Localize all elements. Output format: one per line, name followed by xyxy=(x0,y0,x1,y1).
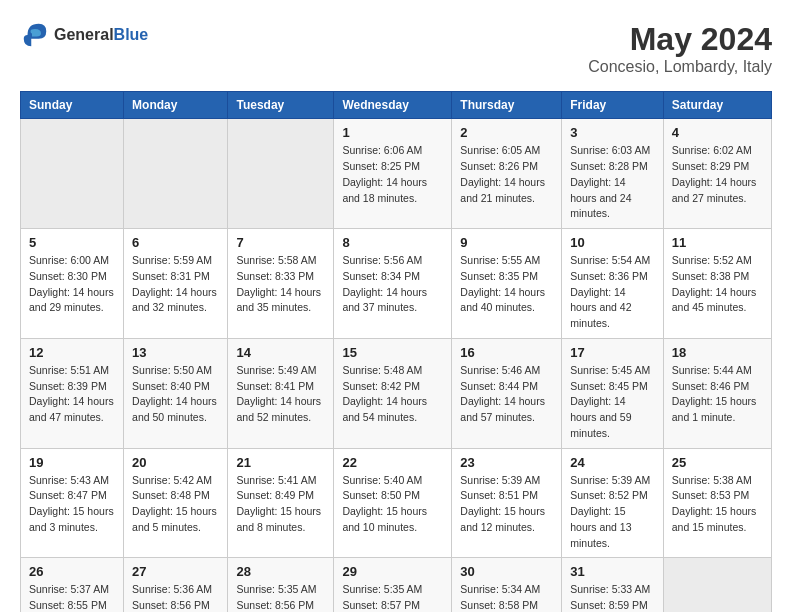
day-number: 16 xyxy=(460,345,553,360)
header-day-tuesday: Tuesday xyxy=(228,92,334,119)
day-info: Sunrise: 6:06 AMSunset: 8:25 PMDaylight:… xyxy=(342,143,443,206)
header-day-friday: Friday xyxy=(562,92,664,119)
calendar-body: 1Sunrise: 6:06 AMSunset: 8:25 PMDaylight… xyxy=(21,119,772,612)
calendar-cell: 8Sunrise: 5:56 AMSunset: 8:34 PMDaylight… xyxy=(334,229,452,339)
title-block: May 2024 Concesio, Lombardy, Italy xyxy=(588,20,772,76)
calendar-cell: 31Sunrise: 5:33 AMSunset: 8:59 PMDayligh… xyxy=(562,558,664,612)
day-info: Sunrise: 5:35 AMSunset: 8:57 PMDaylight:… xyxy=(342,582,443,612)
day-number: 14 xyxy=(236,345,325,360)
day-number: 25 xyxy=(672,455,763,470)
calendar-cell xyxy=(228,119,334,229)
day-info: Sunrise: 5:39 AMSunset: 8:52 PMDaylight:… xyxy=(570,473,655,552)
day-number: 24 xyxy=(570,455,655,470)
day-number: 21 xyxy=(236,455,325,470)
calendar-cell: 29Sunrise: 5:35 AMSunset: 8:57 PMDayligh… xyxy=(334,558,452,612)
day-number: 7 xyxy=(236,235,325,250)
day-info: Sunrise: 5:54 AMSunset: 8:36 PMDaylight:… xyxy=(570,253,655,332)
day-info: Sunrise: 5:48 AMSunset: 8:42 PMDaylight:… xyxy=(342,363,443,426)
day-info: Sunrise: 5:33 AMSunset: 8:59 PMDaylight:… xyxy=(570,582,655,612)
day-info: Sunrise: 6:05 AMSunset: 8:26 PMDaylight:… xyxy=(460,143,553,206)
day-number: 31 xyxy=(570,564,655,579)
day-info: Sunrise: 5:42 AMSunset: 8:48 PMDaylight:… xyxy=(132,473,219,536)
header-day-wednesday: Wednesday xyxy=(334,92,452,119)
calendar-cell: 5Sunrise: 6:00 AMSunset: 8:30 PMDaylight… xyxy=(21,229,124,339)
day-info: Sunrise: 5:37 AMSunset: 8:55 PMDaylight:… xyxy=(29,582,115,612)
day-info: Sunrise: 5:36 AMSunset: 8:56 PMDaylight:… xyxy=(132,582,219,612)
calendar-cell: 26Sunrise: 5:37 AMSunset: 8:55 PMDayligh… xyxy=(21,558,124,612)
day-info: Sunrise: 5:35 AMSunset: 8:56 PMDaylight:… xyxy=(236,582,325,612)
calendar-cell: 28Sunrise: 5:35 AMSunset: 8:56 PMDayligh… xyxy=(228,558,334,612)
day-number: 26 xyxy=(29,564,115,579)
calendar-cell: 14Sunrise: 5:49 AMSunset: 8:41 PMDayligh… xyxy=(228,338,334,448)
calendar-cell: 2Sunrise: 6:05 AMSunset: 8:26 PMDaylight… xyxy=(452,119,562,229)
day-info: Sunrise: 5:49 AMSunset: 8:41 PMDaylight:… xyxy=(236,363,325,426)
calendar-cell: 9Sunrise: 5:55 AMSunset: 8:35 PMDaylight… xyxy=(452,229,562,339)
calendar-cell: 6Sunrise: 5:59 AMSunset: 8:31 PMDaylight… xyxy=(124,229,228,339)
calendar-cell: 3Sunrise: 6:03 AMSunset: 8:28 PMDaylight… xyxy=(562,119,664,229)
day-info: Sunrise: 5:46 AMSunset: 8:44 PMDaylight:… xyxy=(460,363,553,426)
day-number: 3 xyxy=(570,125,655,140)
calendar-cell: 4Sunrise: 6:02 AMSunset: 8:29 PMDaylight… xyxy=(663,119,771,229)
day-number: 15 xyxy=(342,345,443,360)
logo: GeneralBlue xyxy=(20,20,148,50)
calendar-cell: 12Sunrise: 5:51 AMSunset: 8:39 PMDayligh… xyxy=(21,338,124,448)
month-title: May 2024 xyxy=(588,20,772,58)
day-info: Sunrise: 6:00 AMSunset: 8:30 PMDaylight:… xyxy=(29,253,115,316)
day-info: Sunrise: 5:34 AMSunset: 8:58 PMDaylight:… xyxy=(460,582,553,612)
day-number: 1 xyxy=(342,125,443,140)
logo-text: GeneralBlue xyxy=(54,26,148,44)
day-info: Sunrise: 5:41 AMSunset: 8:49 PMDaylight:… xyxy=(236,473,325,536)
calendar-cell: 25Sunrise: 5:38 AMSunset: 8:53 PMDayligh… xyxy=(663,448,771,558)
day-number: 29 xyxy=(342,564,443,579)
day-number: 9 xyxy=(460,235,553,250)
day-number: 19 xyxy=(29,455,115,470)
calendar-cell: 18Sunrise: 5:44 AMSunset: 8:46 PMDayligh… xyxy=(663,338,771,448)
calendar-cell: 10Sunrise: 5:54 AMSunset: 8:36 PMDayligh… xyxy=(562,229,664,339)
day-info: Sunrise: 5:58 AMSunset: 8:33 PMDaylight:… xyxy=(236,253,325,316)
day-info: Sunrise: 5:50 AMSunset: 8:40 PMDaylight:… xyxy=(132,363,219,426)
calendar-week-4: 19Sunrise: 5:43 AMSunset: 8:47 PMDayligh… xyxy=(21,448,772,558)
day-number: 8 xyxy=(342,235,443,250)
day-info: Sunrise: 6:02 AMSunset: 8:29 PMDaylight:… xyxy=(672,143,763,206)
calendar-week-3: 12Sunrise: 5:51 AMSunset: 8:39 PMDayligh… xyxy=(21,338,772,448)
day-info: Sunrise: 5:44 AMSunset: 8:46 PMDaylight:… xyxy=(672,363,763,426)
day-info: Sunrise: 5:45 AMSunset: 8:45 PMDaylight:… xyxy=(570,363,655,442)
day-number: 4 xyxy=(672,125,763,140)
day-info: Sunrise: 5:56 AMSunset: 8:34 PMDaylight:… xyxy=(342,253,443,316)
day-info: Sunrise: 5:39 AMSunset: 8:51 PMDaylight:… xyxy=(460,473,553,536)
calendar-cell: 30Sunrise: 5:34 AMSunset: 8:58 PMDayligh… xyxy=(452,558,562,612)
calendar-cell xyxy=(21,119,124,229)
day-number: 13 xyxy=(132,345,219,360)
calendar-cell: 24Sunrise: 5:39 AMSunset: 8:52 PMDayligh… xyxy=(562,448,664,558)
day-info: Sunrise: 5:59 AMSunset: 8:31 PMDaylight:… xyxy=(132,253,219,316)
logo-icon xyxy=(20,20,50,50)
day-number: 12 xyxy=(29,345,115,360)
calendar-cell: 15Sunrise: 5:48 AMSunset: 8:42 PMDayligh… xyxy=(334,338,452,448)
calendar-cell: 19Sunrise: 5:43 AMSunset: 8:47 PMDayligh… xyxy=(21,448,124,558)
day-info: Sunrise: 5:43 AMSunset: 8:47 PMDaylight:… xyxy=(29,473,115,536)
page-header: GeneralBlue May 2024 Concesio, Lombardy,… xyxy=(20,20,772,76)
calendar-cell: 17Sunrise: 5:45 AMSunset: 8:45 PMDayligh… xyxy=(562,338,664,448)
header-day-saturday: Saturday xyxy=(663,92,771,119)
day-info: Sunrise: 5:40 AMSunset: 8:50 PMDaylight:… xyxy=(342,473,443,536)
day-number: 11 xyxy=(672,235,763,250)
day-info: Sunrise: 5:51 AMSunset: 8:39 PMDaylight:… xyxy=(29,363,115,426)
day-number: 10 xyxy=(570,235,655,250)
day-info: Sunrise: 5:38 AMSunset: 8:53 PMDaylight:… xyxy=(672,473,763,536)
day-number: 5 xyxy=(29,235,115,250)
calendar-cell xyxy=(663,558,771,612)
calendar-cell: 1Sunrise: 6:06 AMSunset: 8:25 PMDaylight… xyxy=(334,119,452,229)
location-subtitle: Concesio, Lombardy, Italy xyxy=(588,58,772,76)
day-info: Sunrise: 6:03 AMSunset: 8:28 PMDaylight:… xyxy=(570,143,655,222)
calendar-cell: 23Sunrise: 5:39 AMSunset: 8:51 PMDayligh… xyxy=(452,448,562,558)
calendar-cell: 21Sunrise: 5:41 AMSunset: 8:49 PMDayligh… xyxy=(228,448,334,558)
calendar-cell: 11Sunrise: 5:52 AMSunset: 8:38 PMDayligh… xyxy=(663,229,771,339)
calendar-cell xyxy=(124,119,228,229)
calendar-cell: 20Sunrise: 5:42 AMSunset: 8:48 PMDayligh… xyxy=(124,448,228,558)
day-number: 18 xyxy=(672,345,763,360)
day-number: 28 xyxy=(236,564,325,579)
header-day-monday: Monday xyxy=(124,92,228,119)
day-info: Sunrise: 5:55 AMSunset: 8:35 PMDaylight:… xyxy=(460,253,553,316)
header-day-sunday: Sunday xyxy=(21,92,124,119)
day-number: 27 xyxy=(132,564,219,579)
